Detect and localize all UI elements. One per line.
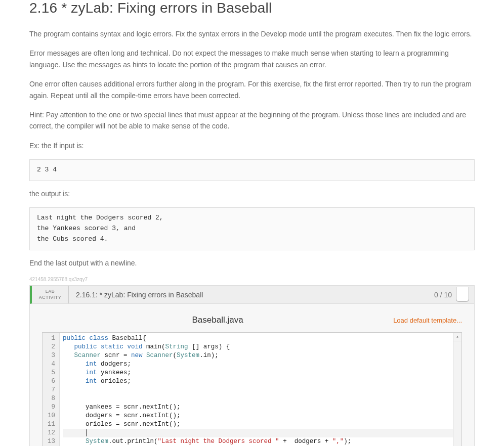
input-example: 2 3 4	[29, 159, 475, 181]
activity-score: 0 / 10	[434, 286, 474, 303]
scroll-up-arrow-icon[interactable]: ▴	[453, 333, 461, 341]
code-area[interactable]: public class Baseball{ public static voi…	[60, 333, 461, 446]
code-line[interactable]: yankees = scnr.nextInt();	[63, 403, 461, 412]
load-default-template-link[interactable]: Load default template...	[393, 317, 462, 324]
intro-para-1: The program contains syntax and logic er…	[29, 28, 475, 39]
code-line[interactable]	[63, 429, 461, 437]
line-number: 2	[48, 343, 55, 351]
line-number: 13	[48, 437, 55, 446]
line-number: 5	[48, 369, 55, 377]
code-editor[interactable]: 1234567891011121314151617 public class B…	[42, 332, 462, 446]
shield-icon	[456, 287, 469, 302]
tiny-id: 421458.2955768.qx3zqy7	[29, 277, 475, 282]
line-gutter: 1234567891011121314151617	[43, 333, 60, 446]
page-title: 2.16 * zyLab: Fixing errors in Baseball	[29, 0, 475, 16]
input-label: Ex: the If input is:	[29, 140, 475, 151]
code-line[interactable]	[63, 394, 461, 403]
intro-para-3: One error often causes additional errors…	[29, 78, 475, 101]
line-number: 6	[48, 377, 55, 386]
line-number: 4	[48, 360, 55, 369]
line-number: 7	[48, 386, 55, 394]
intro-para-4: Hint: Pay attention to the one or two sp…	[29, 109, 475, 132]
vertical-scrollbar[interactable]: ▴ ▾	[453, 333, 461, 446]
code-line[interactable]: orioles = scnr.nextInt();	[63, 420, 461, 429]
line-number: 1	[48, 334, 55, 343]
output-example: Last night the Dodgers scored 2, the Yan…	[29, 207, 475, 250]
line-number: 3	[48, 351, 55, 360]
activity-title: 2.16.1: * zyLab: Fixing errors in Baseba…	[69, 286, 434, 303]
intro-para-2: Error messages are often long and techni…	[29, 48, 475, 70]
filename-label: Baseball.java	[192, 315, 243, 325]
code-line[interactable]	[63, 386, 461, 394]
end-note: End the last output with a newline.	[29, 257, 475, 269]
text-caret	[86, 429, 87, 436]
code-line[interactable]: public class Baseball{	[63, 334, 461, 343]
line-number: 10	[48, 412, 55, 420]
line-number: 12	[48, 429, 55, 437]
code-line[interactable]: System.out.println("Last night the Dodge…	[63, 437, 461, 446]
lab-activity-card: LAB ACTIVITY 2.16.1: * zyLab: Fixing err…	[29, 285, 475, 446]
code-line[interactable]: int orioles;	[63, 377, 461, 386]
line-number: 11	[48, 420, 55, 429]
score-text: 0 / 10	[434, 291, 452, 299]
activity-type-line1: LAB	[32, 289, 68, 295]
output-label: the output is:	[29, 188, 475, 199]
code-line[interactable]: dodgers = scnr.nextInt();	[63, 412, 461, 420]
line-number: 8	[48, 394, 55, 403]
file-row: Baseball.java Load default template...	[30, 304, 474, 332]
activity-type-label: LAB ACTIVITY	[32, 286, 69, 303]
code-line[interactable]: Scanner scnr = new Scanner(System.in);	[63, 351, 461, 360]
code-line[interactable]: public static void main(String [] args) …	[63, 343, 461, 351]
activity-type-line2: ACTIVITY	[32, 295, 68, 301]
activity-header: LAB ACTIVITY 2.16.1: * zyLab: Fixing err…	[30, 286, 474, 304]
code-line[interactable]: int yankees;	[63, 369, 461, 377]
code-line[interactable]: int dodgers;	[63, 360, 461, 369]
line-number: 9	[48, 403, 55, 412]
